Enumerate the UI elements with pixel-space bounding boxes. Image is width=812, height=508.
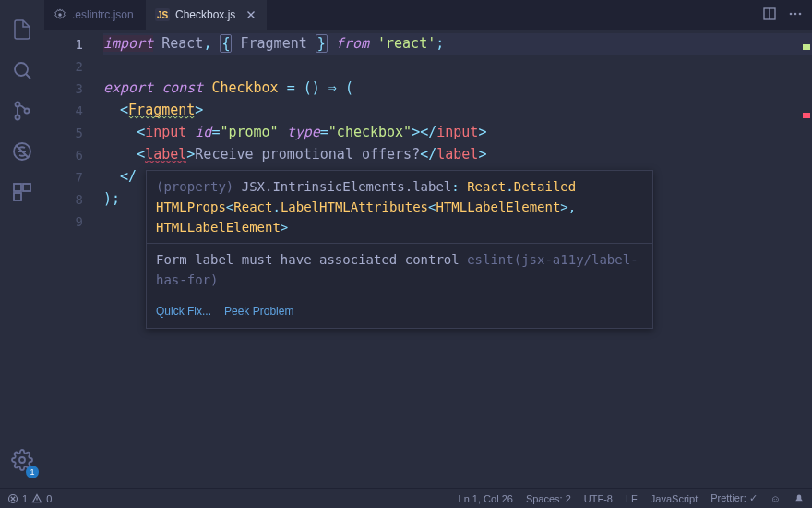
search-icon[interactable]: [0, 50, 44, 91]
svg-rect-6: [23, 184, 30, 191]
svg-point-0: [15, 63, 28, 76]
status-prettier[interactable]: Prettier: ✓: [710, 492, 758, 504]
line-number: 7: [44, 166, 103, 188]
line-number: 6: [44, 144, 103, 166]
line-number: 1: [44, 33, 103, 55]
status-bar: 1 0 Ln 1, Col 26 Spaces: 2 UTF-8 LF Java…: [0, 488, 812, 508]
code-line-4: <Fragment>: [103, 100, 812, 122]
js-icon: JS: [155, 8, 170, 21]
svg-point-8: [19, 457, 25, 463]
tab-bar: .eslintrc.json JS Checkbox.js: [44, 0, 812, 30]
line-number: 4: [44, 100, 103, 122]
files-icon[interactable]: [0, 9, 44, 50]
svg-rect-7: [14, 193, 21, 200]
svg-point-9: [58, 13, 62, 17]
status-cursor-position[interactable]: Ln 1, Col 26: [459, 493, 513, 504]
hover-actions: Quick Fix... Peek Problem: [147, 296, 652, 328]
hover-tooltip: (property) JSX.IntrinsicElements.label: …: [146, 170, 653, 329]
status-indentation[interactable]: Spaces: 2: [526, 493, 571, 504]
line-number: 2: [44, 55, 103, 78]
svg-point-1: [16, 103, 20, 107]
config-icon: [54, 8, 66, 21]
overview-error-marker: [803, 113, 810, 118]
code-line-6: <label>Receive promotional offers?</labe…: [103, 144, 812, 166]
svg-point-3: [25, 109, 30, 114]
settings-badge: 1: [26, 466, 39, 478]
activity-bar: 1: [0, 0, 44, 488]
tab-eslintrc[interactable]: .eslintrc.json: [44, 0, 146, 30]
code-line-2: [103, 55, 812, 78]
gutter: 1 2 3 4 5 6 7 8 9: [44, 30, 103, 488]
line-number: 8: [44, 188, 103, 211]
tab-checkbox-js[interactable]: JS Checkbox.js: [146, 0, 267, 30]
status-eol[interactable]: LF: [626, 493, 638, 504]
overview-warning-marker: [803, 44, 810, 50]
svg-point-11: [790, 12, 793, 15]
extensions-icon[interactable]: [0, 172, 44, 212]
more-actions-icon[interactable]: [788, 6, 803, 24]
editor-actions: [753, 0, 812, 30]
status-feedback-icon[interactable]: ☺: [770, 493, 781, 504]
bell-icon[interactable]: [794, 493, 805, 504]
svg-point-2: [16, 115, 20, 120]
hover-signature: (property) JSX.IntrinsicElements.label: …: [147, 171, 652, 243]
source-control-icon[interactable]: [0, 91, 44, 131]
tab-label: Checkbox.js: [175, 8, 235, 21]
status-problems[interactable]: 1 0: [7, 493, 52, 504]
line-number: 5: [44, 122, 103, 144]
line-number: 3: [44, 78, 103, 100]
close-icon[interactable]: [245, 8, 257, 21]
hover-lint-message: Form label must have associated control …: [147, 243, 652, 296]
status-language[interactable]: JavaScript: [651, 493, 698, 504]
debug-disabled-icon[interactable]: [0, 131, 44, 172]
line-number: 9: [44, 211, 103, 233]
settings-gear-icon[interactable]: 1: [0, 440, 44, 480]
code-line-3: export const Checkbox = () ⇒ (: [103, 78, 812, 100]
code-line-1: import React, { Fragment } from 'react';: [103, 33, 812, 55]
split-editor-icon[interactable]: [762, 6, 777, 24]
svg-rect-5: [14, 184, 21, 191]
peek-problem-link[interactable]: Peek Problem: [224, 301, 293, 321]
status-encoding[interactable]: UTF-8: [584, 493, 613, 504]
code-line-5: <input id="promo" type="checkbox"></inpu…: [103, 122, 812, 144]
svg-point-13: [799, 12, 802, 15]
svg-point-12: [794, 12, 797, 15]
tab-label: .eslintrc.json: [72, 8, 134, 21]
quick-fix-link[interactable]: Quick Fix...: [156, 301, 211, 321]
